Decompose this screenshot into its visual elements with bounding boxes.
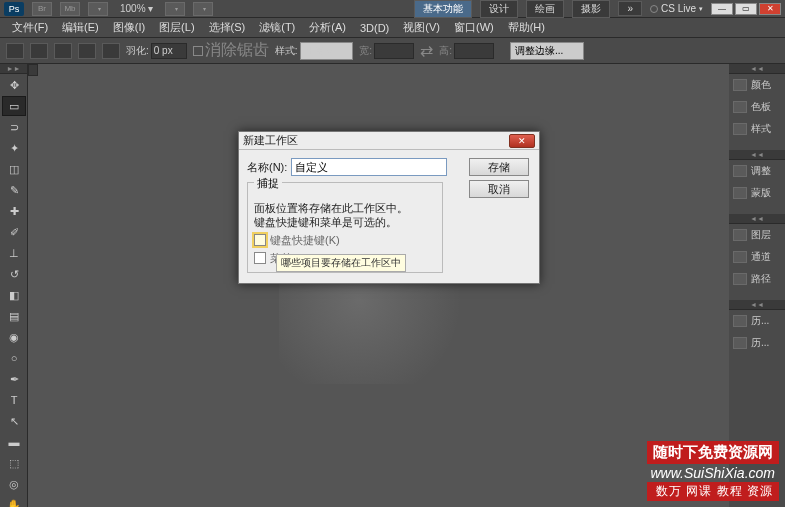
screen-mode-dropdown[interactable] xyxy=(88,2,108,16)
ps-logo: Ps xyxy=(4,2,24,16)
brush-tool[interactable]: ✐ xyxy=(2,222,26,242)
panel-masks[interactable]: 蒙版 xyxy=(729,182,785,204)
path-select-tool[interactable]: ↖ xyxy=(2,411,26,431)
adjust-panel-icon xyxy=(733,165,747,177)
lasso-tool[interactable]: ⊃ xyxy=(2,117,26,137)
refine-edge-button[interactable]: 调整边缘... xyxy=(510,42,584,60)
tooltip: 哪些项目要存储在工作区中 xyxy=(276,254,406,272)
panel-color[interactable]: 颜色 xyxy=(729,74,785,96)
panel-history[interactable]: 历... xyxy=(729,310,785,332)
menu-filter[interactable]: 滤镜(T) xyxy=(253,18,301,37)
menu-select[interactable]: 选择(S) xyxy=(203,18,252,37)
panel-history2[interactable]: 历... xyxy=(729,332,785,354)
selection-subtract-icon[interactable] xyxy=(78,43,96,59)
panel-grip-1[interactable]: ◄◄ xyxy=(729,64,785,74)
hand-tool[interactable]: ✋ xyxy=(2,495,26,507)
width-group: 宽: xyxy=(359,43,414,59)
bridge-icon[interactable]: Br xyxy=(32,2,52,16)
marquee-tool-preset-icon[interactable] xyxy=(6,43,24,59)
menu-window[interactable]: 窗口(W) xyxy=(448,18,500,37)
close-button[interactable]: ✕ xyxy=(759,3,781,15)
keyboard-check-row[interactable]: 键盘快捷键(K) xyxy=(254,233,436,248)
3d-tool[interactable]: ⬚ xyxy=(2,453,26,473)
antialias-checkbox[interactable] xyxy=(193,46,203,56)
dialog-title-text: 新建工作区 xyxy=(243,133,298,148)
cancel-button[interactable]: 取消 xyxy=(469,180,529,198)
menu-layer[interactable]: 图层(L) xyxy=(153,18,200,37)
save-button[interactable]: 存储 xyxy=(469,158,529,176)
collapsed-panel-strip[interactable] xyxy=(28,64,38,76)
feather-input[interactable] xyxy=(151,43,187,59)
menu-analysis[interactable]: 分析(A) xyxy=(303,18,352,37)
pen-tool[interactable]: ✒ xyxy=(2,369,26,389)
panel-paths[interactable]: 路径 xyxy=(729,268,785,290)
healing-tool[interactable]: ✚ xyxy=(2,201,26,221)
workspace-tab-photography[interactable]: 摄影 xyxy=(572,0,610,18)
width-input xyxy=(374,43,414,59)
dialog-titlebar[interactable]: 新建工作区 ✕ xyxy=(239,132,539,150)
info-line-1: 面板位置将存储在此工作区中。 xyxy=(254,201,436,215)
blur-tool[interactable]: ◉ xyxy=(2,327,26,347)
cslive-button[interactable]: CS Live▾ xyxy=(650,3,703,14)
minimize-button[interactable]: — xyxy=(711,3,733,15)
info-line-2: 键盘快捷键和菜单是可选的。 xyxy=(254,215,436,229)
selection-intersect-icon[interactable] xyxy=(102,43,120,59)
panel-swatches[interactable]: 色板 xyxy=(729,96,785,118)
workspace-overflow[interactable]: » xyxy=(618,1,642,16)
tools-grip[interactable]: ►► xyxy=(0,64,27,74)
panel-label: 路径 xyxy=(751,272,771,286)
menu-image[interactable]: 图像(I) xyxy=(107,18,151,37)
gradient-tool[interactable]: ▤ xyxy=(2,306,26,326)
panel-grip-2[interactable]: ◄◄ xyxy=(729,150,785,160)
eyedropper-tool[interactable]: ✎ xyxy=(2,180,26,200)
selection-new-icon[interactable] xyxy=(30,43,48,59)
shape-tool[interactable]: ▬ xyxy=(2,432,26,452)
panel-styles[interactable]: 样式 xyxy=(729,118,785,140)
dodge-tool[interactable]: ○ xyxy=(2,348,26,368)
marquee-tool[interactable]: ▭ xyxy=(2,96,26,116)
panel-adjustments[interactable]: 调整 xyxy=(729,160,785,182)
arrange-dropdown[interactable] xyxy=(165,2,185,16)
maximize-button[interactable]: ▭ xyxy=(735,3,757,15)
panel-layers[interactable]: 图层 xyxy=(729,224,785,246)
workspace-tab-design[interactable]: 设计 xyxy=(480,0,518,18)
style-select[interactable]: 正常 ▾ xyxy=(300,42,354,60)
menu-view[interactable]: 视图(V) xyxy=(397,18,446,37)
menu-checkbox[interactable] xyxy=(254,252,266,264)
crop-tool[interactable]: ◫ xyxy=(2,159,26,179)
panel-label: 样式 xyxy=(751,122,771,136)
panel-label: 蒙版 xyxy=(751,186,771,200)
dialog-close-button[interactable]: ✕ xyxy=(509,134,535,148)
right-panels: ◄◄ 颜色 色板 样式 ◄◄ 调整 蒙版 ◄◄ 图层 通道 路径 ◄◄ 历...… xyxy=(729,64,785,354)
workspace-tab-essentials[interactable]: 基本功能 xyxy=(414,0,472,18)
selection-add-icon[interactable] xyxy=(54,43,72,59)
workspace-tab-painting[interactable]: 绘画 xyxy=(526,0,564,18)
name-input[interactable] xyxy=(291,158,447,176)
type-tool[interactable]: T xyxy=(2,390,26,410)
zoom-display[interactable]: 100% ▾ xyxy=(116,3,157,14)
extras-dropdown[interactable] xyxy=(193,2,213,16)
watermark-line-1: 随时下免费资源网 xyxy=(647,441,780,464)
wand-tool[interactable]: ✦ xyxy=(2,138,26,158)
panel-channels[interactable]: 通道 xyxy=(729,246,785,268)
swatches-panel-icon xyxy=(733,101,747,113)
menu-file[interactable]: 文件(F) xyxy=(6,18,54,37)
3d-camera-tool[interactable]: ◎ xyxy=(2,474,26,494)
menu-3d[interactable]: 3D(D) xyxy=(354,20,395,36)
style-value: 正常 xyxy=(305,45,325,56)
eraser-tool[interactable]: ◧ xyxy=(2,285,26,305)
minibridge-icon[interactable]: Mb xyxy=(60,2,80,16)
antialias-group[interactable]: 消除锯齿 xyxy=(193,40,269,61)
keyboard-checkbox[interactable] xyxy=(254,234,266,246)
panel-label: 颜色 xyxy=(751,78,771,92)
history-brush-tool[interactable]: ↺ xyxy=(2,264,26,284)
panel-grip-3[interactable]: ◄◄ xyxy=(729,214,785,224)
stamp-tool[interactable]: ⊥ xyxy=(2,243,26,263)
masks-panel-icon xyxy=(733,187,747,199)
height-input xyxy=(454,43,494,59)
menu-help[interactable]: 帮助(H) xyxy=(502,18,551,37)
panel-grip-4[interactable]: ◄◄ xyxy=(729,300,785,310)
move-tool[interactable]: ✥ xyxy=(2,75,26,95)
panel-label: 色板 xyxy=(751,100,771,114)
menu-edit[interactable]: 编辑(E) xyxy=(56,18,105,37)
